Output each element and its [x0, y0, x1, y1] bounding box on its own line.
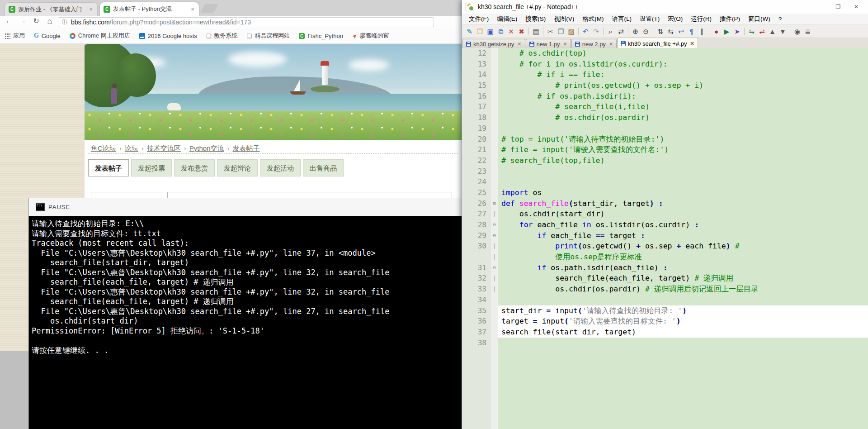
fold-margin[interactable]	[491, 123, 498, 134]
code-line[interactable]: # if i == file:	[498, 69, 868, 80]
fold-margin[interactable]: ⊟	[491, 219, 498, 230]
line-number[interactable]: 32	[462, 273, 491, 284]
line-number[interactable]: 36	[462, 316, 491, 327]
undo-icon[interactable]: ↶	[580, 27, 591, 36]
save-all-icon[interactable]: ⧉	[495, 27, 506, 36]
tab-close-icon[interactable]: ×	[88, 6, 94, 13]
fold-margin[interactable]	[491, 48, 498, 59]
code-line[interactable]: # file = input('请驶入需要查找的文件名:')	[498, 144, 868, 155]
breadcrumb-link-4[interactable]: 发表帖子	[233, 144, 260, 152]
line-number[interactable]: 35	[462, 305, 491, 316]
line-number[interactable]: 28	[462, 219, 491, 230]
line-number[interactable]: 23	[462, 166, 491, 177]
code-line[interactable]: target = input('请输入需要查找的目标文件: ')	[498, 316, 868, 327]
save-icon[interactable]: ▣	[485, 27, 495, 36]
minimize-icon[interactable]: —	[811, 4, 829, 10]
code-line[interactable]	[498, 338, 868, 348]
code-line[interactable]: search_file(start_dir, target)	[498, 327, 868, 338]
bookmark-item-0[interactable]: 应用	[5, 32, 25, 40]
line-number[interactable]: 15	[462, 80, 491, 91]
code-line[interactable]: search_file(each_file, target) # 递归调用	[498, 273, 868, 284]
code-line[interactable]: os.chdir(start_dir)	[498, 209, 868, 219]
fold-margin[interactable]	[491, 176, 498, 187]
word-wrap-icon[interactable]: ↩	[676, 27, 686, 36]
code-line[interactable]: os.chdir(os.pardir) # 递归调用后切记返回上一层目录	[498, 284, 868, 295]
code-line[interactable]	[498, 176, 868, 187]
fold-margin[interactable]	[491, 316, 498, 327]
find-icon[interactable]: ⌕	[605, 27, 616, 36]
line-number[interactable]: 13	[462, 59, 491, 70]
line-number[interactable]: 29	[462, 230, 491, 241]
document-tab-2[interactable]: new 2.py✕	[571, 39, 617, 49]
menu-item-3[interactable]: 视图(V)	[550, 15, 578, 23]
code-line[interactable]: if each_file == target :	[498, 230, 868, 241]
code-line[interactable]	[498, 166, 868, 177]
fold-margin[interactable]	[491, 101, 498, 112]
document-tab-0[interactable]: kh30 getsize.py✕	[462, 39, 525, 49]
code-line[interactable]: # top = input('请输入待查找的初始目录:')	[498, 134, 868, 145]
fold-margin[interactable]	[491, 338, 498, 348]
code-line[interactable]: if os.path.isdir(each_file) :	[498, 262, 868, 273]
breadcrumb-link-3[interactable]: Python交流	[189, 144, 224, 152]
line-number[interactable]: 30	[462, 241, 491, 252]
fold-margin[interactable]: ⊟	[491, 198, 498, 209]
show-all-characters-icon[interactable]: ¶	[686, 27, 697, 36]
back-icon[interactable]	[4, 17, 14, 25]
fold-margin[interactable]	[491, 80, 498, 91]
post-type-tab-4[interactable]: 发起活动	[260, 159, 301, 176]
page-info-icon[interactable]	[62, 19, 67, 26]
fold-margin[interactable]	[491, 166, 498, 177]
line-number[interactable]: 17	[462, 101, 491, 112]
menu-item-0[interactable]: 文件(F)	[465, 15, 493, 23]
menu-item-11[interactable]: ?	[774, 16, 786, 23]
line-number[interactable]: 25	[462, 187, 491, 198]
menu-item-4[interactable]: 格式(M)	[578, 15, 608, 23]
code-line[interactable]: # os.chdir(os.pardir)	[498, 112, 868, 123]
tab-close-icon[interactable]: ✕	[690, 41, 694, 47]
line-number[interactable]: 22	[462, 155, 491, 166]
bookmark-item-7[interactable]: 廖雪峰的官	[352, 32, 389, 40]
console-output[interactable]: 请输入待查找的初始目录: E:\\请输入需要查找的目标文件: tt.txtTra…	[28, 216, 464, 429]
fold-margin[interactable]: │	[491, 273, 498, 284]
fold-margin[interactable]: │	[491, 241, 498, 252]
code-line[interactable]: start_dir = input('请输入待查找的初始目录: ')	[498, 305, 868, 316]
line-number[interactable]: 19	[462, 123, 491, 134]
prev-diff-icon[interactable]: ▲	[767, 27, 778, 36]
line-number[interactable]: 12	[462, 48, 491, 59]
bookmark-item-5[interactable]: 精品课程网站	[246, 32, 290, 40]
menu-item-10[interactable]: 窗口(W)	[744, 15, 774, 23]
macro-record-icon[interactable]: ●	[711, 27, 722, 36]
code-line[interactable]: # search_file(top,file)	[498, 155, 868, 166]
code-line[interactable]: # print(os.getcwd() + os.sep + i)	[498, 80, 868, 91]
fold-margin[interactable]	[491, 155, 498, 166]
code-line[interactable]	[498, 123, 868, 134]
cut-icon[interactable]: ✂	[545, 27, 556, 36]
menu-item-8[interactable]: 运行(R)	[687, 15, 716, 23]
redo-icon[interactable]: ↷	[591, 27, 601, 36]
address-bar[interactable]: bbs.fishc.com/forum.php?mod=post&action=…	[58, 17, 434, 27]
fold-margin[interactable]	[491, 91, 498, 102]
line-number[interactable]: 20	[462, 134, 491, 145]
close-file-icon[interactable]: ✕	[506, 27, 516, 36]
fold-margin[interactable]: │	[491, 209, 498, 219]
maximize-icon[interactable]: ❐	[829, 4, 847, 10]
code-editor[interactable]: 12 # os.chdir(top)13 # for i in os.listd…	[462, 48, 868, 429]
code-line[interactable]: # os.chdir(top)	[498, 48, 868, 59]
npp-title-bar[interactable]: kh30 search_file +#.py - Notepad++ — ❐ ✕	[462, 0, 868, 14]
post-type-tab-0[interactable]: 发表帖子	[88, 159, 129, 176]
fold-margin[interactable]: │	[491, 252, 498, 262]
zoom-in-icon[interactable]: ⊕	[630, 27, 641, 36]
compare-icon[interactable]: ⇋	[746, 27, 757, 36]
monitoring-icon[interactable]: ◉	[792, 27, 802, 36]
forward-icon[interactable]	[17, 17, 28, 25]
fold-margin[interactable]	[491, 69, 498, 80]
breadcrumb-link-2[interactable]: 技术交流区	[147, 144, 181, 152]
zoom-out-icon[interactable]: ⊖	[641, 27, 651, 36]
fold-margin[interactable]	[491, 327, 498, 338]
code-line[interactable]: print(os.getcwd() + os.sep + each_file) …	[498, 241, 868, 252]
post-type-tab-2[interactable]: 发布悬赏	[174, 159, 215, 176]
sync-vertical-icon[interactable]: ⇅	[655, 27, 665, 36]
fold-margin[interactable]	[491, 187, 498, 198]
menu-item-2[interactable]: 搜索(S)	[521, 15, 550, 23]
console-title-bar[interactable]: PAUSE	[28, 198, 464, 216]
